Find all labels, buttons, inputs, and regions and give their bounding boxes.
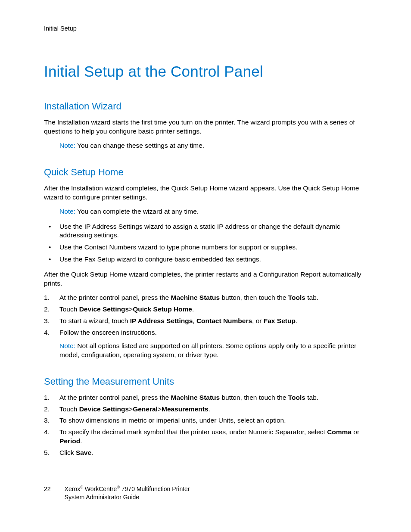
numbered-steps: At the printer control panel, press the … (44, 393, 369, 458)
numbered-steps: At the printer control panel, press the … (44, 293, 369, 337)
note-label: Note: (59, 342, 75, 349)
body-paragraph: The Installation wizard starts the first… (44, 118, 369, 136)
step-item: Follow the onscreen instructions. (59, 328, 369, 337)
note-text: Not all options listed are supported on … (59, 342, 356, 358)
footer-text: Xerox® WorkCentre® 7970 Multifunction Pr… (65, 485, 190, 501)
step-item: At the printer control panel, press the … (59, 293, 369, 302)
page-footer: 22 Xerox® WorkCentre® 7970 Multifunction… (44, 485, 190, 501)
body-paragraph: After the Installation wizard completes,… (44, 184, 369, 202)
list-item: Use the IP Address Settings wizard to as… (59, 222, 369, 240)
list-item: Use the Contact Numbers wizard to type p… (59, 243, 369, 252)
step-item: Touch Device Settings>General>Measuremen… (59, 405, 369, 414)
section-title-measurement-units: Setting the Measurement Units (44, 376, 369, 387)
note-block: Note: You can complete the wizard at any… (44, 207, 369, 216)
step-item: To specify the decimal mark symbol that … (59, 428, 369, 446)
bullet-list: Use the IP Address Settings wizard to as… (44, 222, 369, 264)
list-item: Use the Fax Setup wizard to configure ba… (59, 255, 369, 264)
section-title-quick-setup-home: Quick Setup Home (44, 167, 369, 178)
running-header: Initial Setup (44, 25, 369, 32)
page-number: 22 (44, 485, 51, 493)
note-label: Note: (59, 208, 75, 215)
note-block: Note: You can change these settings at a… (44, 141, 369, 150)
step-item: Touch Device Settings>Quick Setup Home. (59, 305, 369, 314)
step-item: To show dimensions in metric or imperial… (59, 416, 369, 425)
main-title: Initial Setup at the Control Panel (44, 63, 369, 80)
note-label: Note: (59, 142, 75, 149)
note-text: You can change these settings at any tim… (75, 142, 204, 149)
step-item: To start a wizard, touch IP Address Sett… (59, 317, 369, 326)
document-page: Initial Setup Initial Setup at the Contr… (0, 0, 411, 457)
step-item: At the printer control panel, press the … (59, 393, 369, 402)
note-block: Note: Not all options listed are support… (44, 342, 369, 360)
note-text: You can complete the wizard at any time. (75, 208, 199, 215)
step-item: Click Save. (59, 448, 369, 457)
section-title-installation-wizard: Installation Wizard (44, 101, 369, 112)
body-paragraph: After the Quick Setup Home wizard comple… (44, 270, 369, 288)
